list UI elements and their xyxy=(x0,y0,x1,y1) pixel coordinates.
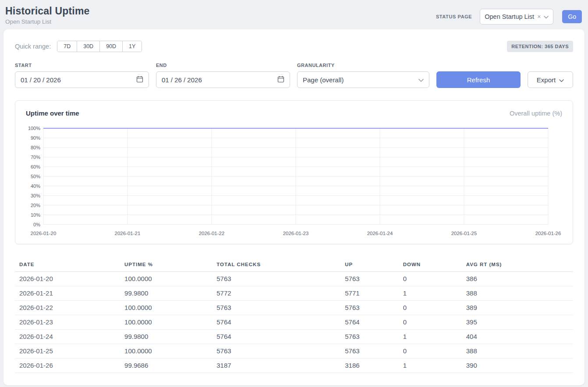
table-cell: 5763 xyxy=(341,271,399,286)
table-cell: 1 xyxy=(400,329,463,344)
status-page-controls: STATUS PAGE Open Startup List × Go xyxy=(436,9,582,25)
end-date-field: END 01 / 26 / 2026 xyxy=(156,63,290,88)
table-cell: 99.9686 xyxy=(121,358,213,373)
end-date-value: 01 / 26 / 2026 xyxy=(162,76,202,84)
quick-range-label: Quick range: xyxy=(15,43,51,50)
page-subtitle: Open Startup List xyxy=(5,18,90,25)
table-cell: 388 xyxy=(463,286,573,300)
end-label: END xyxy=(156,63,290,68)
table-body: 2026-01-20100.00005763576303862026-01-21… xyxy=(15,271,573,373)
svg-text:30%: 30% xyxy=(31,193,40,198)
table-cell: 5764 xyxy=(213,329,341,344)
calendar-icon[interactable] xyxy=(136,76,143,84)
start-date-input[interactable]: 01 / 20 / 2026 xyxy=(15,71,149,88)
column-header: DOWN xyxy=(400,257,463,272)
table-cell: 386 xyxy=(463,271,573,286)
clear-selection-icon[interactable]: × xyxy=(537,14,541,20)
svg-text:60%: 60% xyxy=(31,164,40,169)
table-cell: 0 xyxy=(400,271,463,286)
granularity-value: Page (overall) xyxy=(303,76,344,84)
svg-text:2026-01-20: 2026-01-20 xyxy=(31,231,57,236)
status-page-value: Open Startup List xyxy=(485,13,534,20)
table-cell: 388 xyxy=(463,344,573,358)
table-cell: 5772 xyxy=(213,286,341,300)
table-cell: 5763 xyxy=(213,271,341,286)
table-cell: 3187 xyxy=(213,358,341,373)
table-cell: 5771 xyxy=(341,286,399,300)
table-cell: 2026-01-25 xyxy=(15,344,121,358)
table-row: 2026-01-25100.0000576357630388 xyxy=(15,344,573,358)
table-row: 2026-01-2699.9686318731861390 xyxy=(15,358,573,373)
table-cell: 5763 xyxy=(341,344,399,358)
table-cell: 5763 xyxy=(341,300,399,315)
column-header: AVG RT (MS) xyxy=(463,257,573,272)
title-block: Historical Uptime Open Startup List xyxy=(5,5,90,25)
chart-title: Uptime over time xyxy=(26,109,79,117)
end-date-input[interactable]: 01 / 26 / 2026 xyxy=(156,71,290,88)
table-cell: 2026-01-26 xyxy=(15,358,121,373)
quick-range-90d-button[interactable]: 90D xyxy=(99,41,122,52)
table-cell: 2026-01-20 xyxy=(15,271,121,286)
table-row: 2026-01-23100.0000576457640395 xyxy=(15,315,573,329)
table-cell: 390 xyxy=(463,358,573,373)
export-label: Export xyxy=(537,76,556,84)
svg-text:2026-01-21: 2026-01-21 xyxy=(115,231,141,236)
table-cell: 404 xyxy=(463,329,573,344)
table-row: 2026-01-2499.9800576457631404 xyxy=(15,329,573,344)
table-cell: 0 xyxy=(400,344,463,358)
table-cell: 2026-01-24 xyxy=(15,329,121,344)
filter-form-row: START 01 / 20 / 2026 END 01 / 26 / 2026 xyxy=(15,63,573,88)
table-cell: 5763 xyxy=(213,300,341,315)
table-cell: 99.9800 xyxy=(121,329,213,344)
table-cell: 0 xyxy=(400,315,463,329)
table-row: 2026-01-20100.0000576357630386 xyxy=(15,271,573,286)
table-cell: 100.0000 xyxy=(121,315,213,329)
retention-badge: RETENTION: 365 DAYS xyxy=(507,41,573,52)
svg-text:2026-01-24: 2026-01-24 xyxy=(367,231,393,236)
calendar-icon[interactable] xyxy=(277,76,284,84)
refresh-button[interactable]: Refresh xyxy=(436,71,521,88)
go-button[interactable]: Go xyxy=(562,10,582,23)
chevron-down-icon xyxy=(418,76,424,84)
svg-text:0%: 0% xyxy=(33,222,40,227)
table-header-row: DATEUPTIME %TOTAL CHECKSUPDOWNAVG RT (MS… xyxy=(15,257,573,272)
svg-text:2026-01-25: 2026-01-25 xyxy=(451,231,477,236)
table-cell: 5764 xyxy=(213,315,341,329)
table-cell: 100.0000 xyxy=(121,344,213,358)
table-cell: 1 xyxy=(400,358,463,373)
chart-card: Uptime over time Overall uptime (%) 0%10… xyxy=(15,100,573,244)
svg-text:20%: 20% xyxy=(31,203,40,208)
svg-text:50%: 50% xyxy=(31,174,40,179)
quick-range-row: Quick range: 7D30D90D1Y RETENTION: 365 D… xyxy=(15,41,573,52)
granularity-label: GRANULARITY xyxy=(297,63,429,68)
chart-legend: Overall uptime (%) xyxy=(510,110,562,117)
column-header: UPTIME % xyxy=(121,257,213,272)
quick-range-group: 7D30D90D1Y xyxy=(57,41,142,52)
table-cell: 100.0000 xyxy=(121,271,213,286)
status-page-select[interactable]: Open Startup List × xyxy=(480,9,553,25)
start-date-field: START 01 / 20 / 2026 xyxy=(15,63,149,88)
uptime-chart: 0%10%20%30%40%50%60%70%80%90%100%2026-01… xyxy=(26,123,562,240)
page-title: Historical Uptime xyxy=(5,5,90,17)
table-cell: 1 xyxy=(400,286,463,300)
table-cell: 99.9800 xyxy=(121,286,213,300)
main-card: Quick range: 7D30D90D1Y RETENTION: 365 D… xyxy=(4,29,584,385)
quick-range-7d-button[interactable]: 7D xyxy=(57,41,77,52)
table-cell: 389 xyxy=(463,300,573,315)
chevron-down-icon xyxy=(544,13,549,20)
table-cell: 5763 xyxy=(341,329,399,344)
svg-text:90%: 90% xyxy=(31,135,40,141)
svg-text:2026-01-26: 2026-01-26 xyxy=(535,231,561,236)
table-cell: 2026-01-21 xyxy=(15,286,121,300)
quick-range-30d-button[interactable]: 30D xyxy=(77,41,99,52)
svg-text:40%: 40% xyxy=(31,183,40,189)
table-cell: 0 xyxy=(400,300,463,315)
quick-range-1y-button[interactable]: 1Y xyxy=(122,41,142,52)
export-button[interactable]: Export xyxy=(528,71,573,88)
granularity-select[interactable]: Page (overall) xyxy=(297,71,429,88)
svg-text:10%: 10% xyxy=(31,212,40,218)
svg-text:2026-01-23: 2026-01-23 xyxy=(283,231,309,236)
table-row: 2026-01-2199.9800577257711388 xyxy=(15,286,573,300)
start-date-value: 01 / 20 / 2026 xyxy=(21,76,61,84)
chart-header: Uptime over time Overall uptime (%) xyxy=(26,109,562,117)
